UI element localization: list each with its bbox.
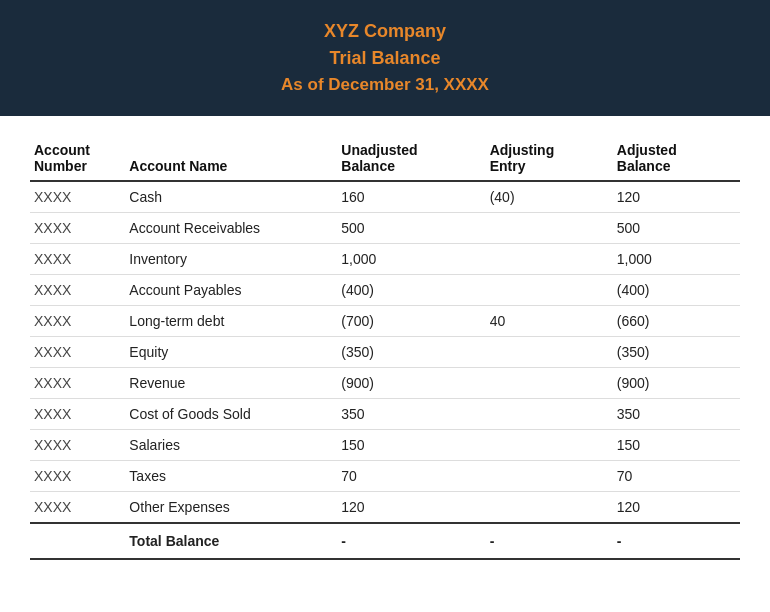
cell-account-number: XXXX — [30, 491, 125, 523]
total-adjusting: - — [486, 523, 613, 559]
cell-adjusting — [486, 460, 613, 491]
table-row: XXXXOther Expenses120120 — [30, 491, 740, 523]
cell-adjusted: 1,000 — [613, 243, 740, 274]
table-header-row: Account Number Account Name Unadjusted B… — [30, 136, 740, 181]
table-footer: Total Balance - - - — [30, 523, 740, 559]
table-row: XXXXAccount Payables(400)(400) — [30, 274, 740, 305]
cell-adjusted: 350 — [613, 398, 740, 429]
table-row: XXXXEquity(350)(350) — [30, 336, 740, 367]
col-header-account-number: Account Number — [30, 136, 125, 181]
col-header-adjusted: Adjusted Balance — [613, 136, 740, 181]
total-unadjusted: - — [337, 523, 485, 559]
cell-account-number: XXXX — [30, 336, 125, 367]
cell-account-name: Revenue — [125, 367, 337, 398]
cell-account-name: Cash — [125, 181, 337, 213]
table-wrapper: Account Number Account Name Unadjusted B… — [0, 116, 770, 590]
col-header-account-name: Account Name — [125, 136, 337, 181]
company-name: XYZ Company — [20, 18, 750, 45]
cell-account-number: XXXX — [30, 274, 125, 305]
cell-adjusted: 150 — [613, 429, 740, 460]
total-row: Total Balance - - - — [30, 523, 740, 559]
cell-adjusted: 500 — [613, 212, 740, 243]
cell-account-number: XXXX — [30, 181, 125, 213]
cell-unadjusted: 350 — [337, 398, 485, 429]
cell-adjusting — [486, 367, 613, 398]
cell-unadjusted: 150 — [337, 429, 485, 460]
total-label-number — [30, 523, 125, 559]
cell-account-name: Taxes — [125, 460, 337, 491]
total-adjusted: - — [613, 523, 740, 559]
cell-unadjusted: 160 — [337, 181, 485, 213]
cell-adjusting: 40 — [486, 305, 613, 336]
table-row: XXXXRevenue(900)(900) — [30, 367, 740, 398]
report-title: Trial Balance — [20, 45, 750, 72]
cell-unadjusted: (400) — [337, 274, 485, 305]
cell-adjusting — [486, 398, 613, 429]
table-body: XXXXCash160(40)120XXXXAccount Receivable… — [30, 181, 740, 523]
cell-unadjusted: 70 — [337, 460, 485, 491]
cell-adjusted: (660) — [613, 305, 740, 336]
cell-account-name: Cost of Goods Sold — [125, 398, 337, 429]
table-row: XXXXCost of Goods Sold350350 — [30, 398, 740, 429]
table-row: XXXXLong-term debt(700)40(660) — [30, 305, 740, 336]
cell-account-number: XXXX — [30, 429, 125, 460]
cell-account-number: XXXX — [30, 367, 125, 398]
cell-unadjusted: (900) — [337, 367, 485, 398]
table-row: XXXXTaxes7070 — [30, 460, 740, 491]
cell-adjusting — [486, 336, 613, 367]
cell-account-name: Inventory — [125, 243, 337, 274]
cell-account-number: XXXX — [30, 305, 125, 336]
cell-adjusted: 120 — [613, 181, 740, 213]
cell-adjusted: 120 — [613, 491, 740, 523]
trial-balance-table: Account Number Account Name Unadjusted B… — [30, 136, 740, 560]
cell-account-number: XXXX — [30, 398, 125, 429]
table-row: XXXXCash160(40)120 — [30, 181, 740, 213]
table-row: XXXXAccount Receivables500500 — [30, 212, 740, 243]
cell-adjusted: (350) — [613, 336, 740, 367]
col-header-adjusting: Adjusting Entry — [486, 136, 613, 181]
page-container: XYZ Company Trial Balance As of December… — [0, 0, 770, 590]
col-header-unadjusted: Unadjusted Balance — [337, 136, 485, 181]
cell-adjusting — [486, 491, 613, 523]
cell-adjusted: (400) — [613, 274, 740, 305]
table-row: XXXXInventory1,0001,000 — [30, 243, 740, 274]
cell-account-name: Account Receivables — [125, 212, 337, 243]
total-label-name: Total Balance — [125, 523, 337, 559]
cell-adjusting — [486, 212, 613, 243]
report-date: As of December 31, XXXX — [20, 72, 750, 98]
cell-unadjusted: (350) — [337, 336, 485, 367]
cell-account-name: Other Expenses — [125, 491, 337, 523]
cell-unadjusted: 500 — [337, 212, 485, 243]
table-row: XXXXSalaries150150 — [30, 429, 740, 460]
cell-account-number: XXXX — [30, 243, 125, 274]
cell-account-name: Account Payables — [125, 274, 337, 305]
cell-adjusting — [486, 429, 613, 460]
cell-unadjusted: 120 — [337, 491, 485, 523]
cell-account-number: XXXX — [30, 460, 125, 491]
header-section: XYZ Company Trial Balance As of December… — [0, 0, 770, 116]
cell-account-name: Equity — [125, 336, 337, 367]
cell-adjusted: 70 — [613, 460, 740, 491]
cell-unadjusted: 1,000 — [337, 243, 485, 274]
cell-account-name: Salaries — [125, 429, 337, 460]
cell-account-number: XXXX — [30, 212, 125, 243]
cell-adjusting: (40) — [486, 181, 613, 213]
cell-adjusting — [486, 243, 613, 274]
cell-unadjusted: (700) — [337, 305, 485, 336]
cell-account-name: Long-term debt — [125, 305, 337, 336]
cell-adjusting — [486, 274, 613, 305]
cell-adjusted: (900) — [613, 367, 740, 398]
